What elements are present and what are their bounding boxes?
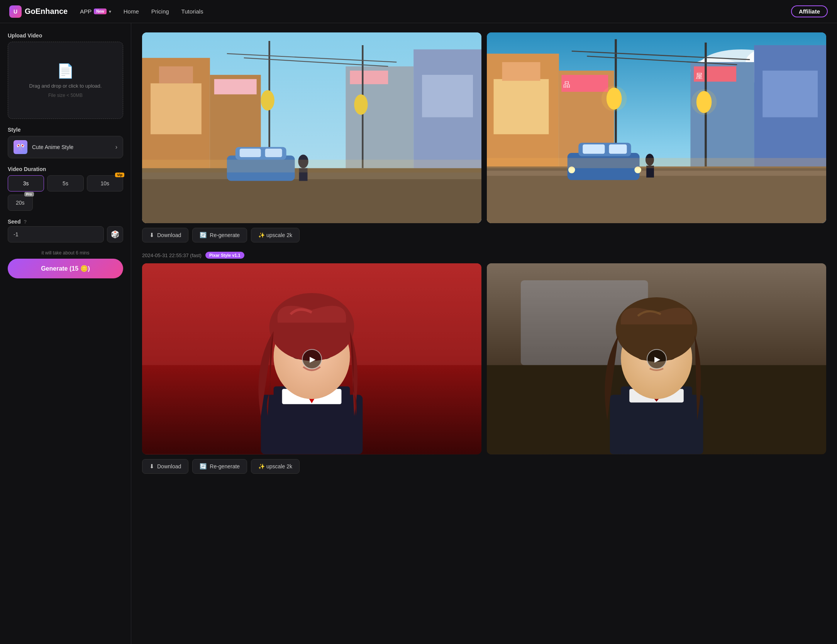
style-section: Style 🎌 Cute Anime Style ›	[8, 127, 123, 158]
navbar: U GoEnhance APP New ▾ Home Pricing Tutor…	[0, 0, 837, 23]
svg-text:品: 品	[563, 81, 570, 88]
seed-input[interactable]	[8, 226, 104, 242]
svg-point-49	[691, 89, 717, 115]
nav-tutorials-link[interactable]: Tutorials	[181, 8, 203, 15]
upload-zone[interactable]: 📄 Drag and drop or click to upload. File…	[8, 42, 123, 119]
seed-row: Seed ?	[8, 219, 123, 225]
svg-text:屋: 屋	[696, 72, 703, 80]
nav-home-link[interactable]: Home	[124, 8, 139, 15]
anime-street-original-card	[142, 32, 481, 223]
girl-regenerate-button[interactable]: 🔄 Re-generate	[192, 459, 247, 474]
result-girl-timestamp: 2024-05-31 22:55:37 (fast)	[142, 253, 202, 258]
duration-10s-vip-badge: Vip	[115, 173, 124, 177]
girl-regenerate-label: Re-generate	[210, 463, 240, 469]
svg-point-17	[354, 94, 368, 115]
anime-street-original-image	[142, 32, 481, 223]
girl-original-play-button[interactable]: ▶	[647, 349, 667, 369]
main-content: 品 屋	[131, 23, 837, 644]
girl-original-play-overlay: ▶	[487, 263, 826, 454]
seed-input-row: 🎲	[8, 226, 123, 242]
anime-street-enhanced-card: 品 屋	[487, 32, 826, 223]
girl-download-button[interactable]: ⬇ Download	[142, 459, 188, 474]
svg-rect-20	[240, 149, 261, 157]
anime-street-video-pair: 品 屋	[142, 32, 826, 223]
anime-street-regenerate-button[interactable]: 🔄 Re-generate	[192, 228, 247, 242]
regenerate-icon-2: 🔄	[200, 463, 207, 470]
girl-styled-play-overlay: ▶	[142, 263, 481, 454]
girl-upscale-label: ✨ upscale 2k	[258, 463, 292, 469]
duration-10s-label: 10s	[101, 180, 110, 186]
svg-rect-24	[142, 160, 481, 173]
svg-rect-31	[502, 62, 540, 81]
nav-affiliate-button[interactable]: Affiliate	[791, 5, 828, 17]
anime-street-upscale-button[interactable]: ✨ upscale 2k	[251, 228, 300, 242]
seed-dice-button[interactable]: 🎲	[107, 226, 123, 242]
download-icon-2: ⬇	[149, 463, 154, 470]
nav-pricing-link[interactable]: Pricing	[151, 8, 169, 15]
girl-styled-play-button[interactable]: ▶	[302, 349, 322, 369]
play-icon: ▶	[310, 354, 315, 364]
result-girl-meta: 2024-05-31 22:55:37 (fast) Pixar Style v…	[142, 252, 826, 259]
result-girl-style-badge: Pixar Style v1.1	[205, 252, 244, 259]
svg-rect-10	[214, 79, 257, 95]
anime-street-download-button[interactable]: ⬇ Download	[142, 228, 188, 242]
svg-point-47	[601, 86, 627, 111]
style-name-label: Cute Anime Style	[32, 144, 111, 150]
duration-10s-button[interactable]: 10s Vip	[87, 175, 123, 192]
svg-rect-11	[350, 71, 388, 84]
style-section-label: Style	[8, 127, 123, 133]
style-selector[interactable]: 🎌 Cute Anime Style ›	[8, 136, 123, 158]
upload-section-label: Upload Video	[8, 32, 123, 39]
girl-video-pair: ▶	[142, 263, 826, 454]
svg-rect-30	[494, 79, 549, 134]
generate-section: it will take about 6 mins Generate (15 🪙…	[8, 250, 123, 278]
girl-original-card: ▶	[487, 263, 826, 454]
sidebar: Upload Video 📄 Drag and drop or click to…	[0, 23, 131, 644]
duration-20s-label: 20s	[16, 200, 25, 206]
girl-download-label: Download	[157, 463, 181, 469]
seed-label: Seed	[8, 219, 20, 225]
regenerate-icon: 🔄	[200, 232, 207, 239]
result-girl: 2024-05-31 22:55:37 (fast) Pixar Style v…	[142, 252, 826, 473]
duration-section: Video Duration 3s 5s 10s Vip 20s Pro	[8, 166, 123, 211]
svg-rect-52	[583, 144, 605, 154]
upload-hint-text: Drag and drop or click to upload.	[29, 83, 102, 89]
generate-button[interactable]: Generate (15 🪙)	[8, 259, 123, 278]
nav-app-dropdown[interactable]: APP New ▾	[80, 8, 111, 15]
anime-street-enhanced-image: 品 屋	[487, 32, 826, 223]
svg-rect-21	[265, 149, 282, 157]
download-icon: ⬇	[149, 232, 154, 239]
upload-size-text: File size < 50MB	[48, 93, 83, 98]
duration-3s-button[interactable]: 3s	[8, 175, 44, 192]
upload-section: Upload Video 📄 Drag and drop or click to…	[8, 32, 123, 119]
svg-rect-3	[159, 66, 193, 83]
svg-rect-33	[762, 71, 818, 117]
style-thumbnail: 🎌	[14, 140, 27, 154]
svg-rect-58	[487, 158, 826, 168]
duration-20s-button[interactable]: 20s Pro	[8, 195, 33, 211]
dice-icon: 🎲	[111, 230, 119, 239]
style-chevron-icon: ›	[115, 144, 117, 151]
girl-styled-card: ▶	[142, 263, 481, 454]
svg-rect-53	[609, 144, 627, 154]
nav-app-label: APP	[80, 8, 91, 15]
duration-20s-pro-badge: Pro	[24, 192, 34, 197]
logo-link[interactable]: U GoEnhance	[9, 5, 68, 18]
generate-note: it will take about 6 mins	[8, 250, 123, 256]
duration-grid: 3s 5s 10s Vip	[8, 175, 123, 192]
result-anime-street: 品 屋	[142, 32, 826, 242]
duration-section-label: Video Duration	[8, 166, 123, 172]
download-label: Download	[157, 232, 181, 238]
girl-upscale-button[interactable]: ✨ upscale 2k	[251, 459, 300, 474]
nav-app-badge: New	[94, 8, 107, 14]
play-icon-2: ▶	[654, 354, 660, 364]
brand-name: GoEnhance	[25, 7, 68, 16]
seed-help-icon[interactable]: ?	[24, 219, 26, 225]
duration-5s-button[interactable]: 5s	[47, 175, 83, 192]
duration-row2: 20s Pro	[8, 195, 123, 211]
svg-rect-37	[487, 171, 826, 176]
upload-file-icon: 📄	[57, 63, 74, 79]
seed-section: Seed ? 🎲	[8, 219, 123, 242]
main-layout: Upload Video 📄 Drag and drop or click to…	[0, 23, 837, 644]
upscale-label: ✨ upscale 2k	[258, 232, 292, 238]
